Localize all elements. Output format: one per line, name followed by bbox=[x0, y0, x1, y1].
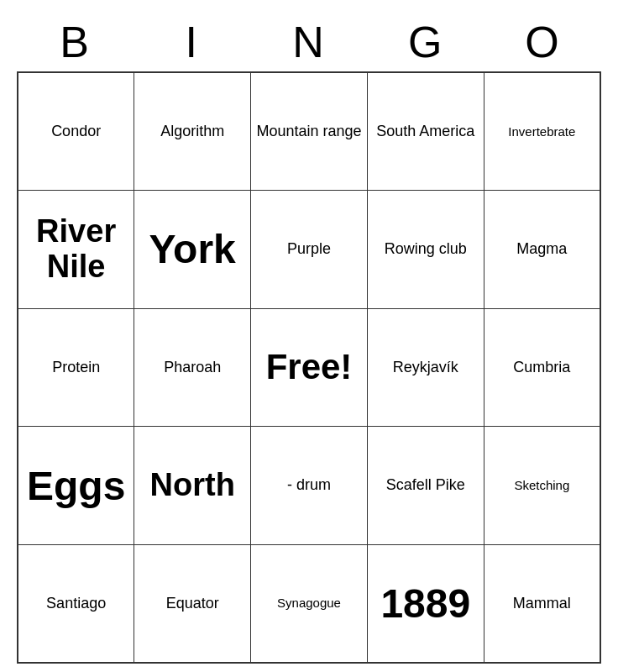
bingo-cell-r3-c2[interactable]: - drum bbox=[251, 427, 368, 545]
bingo-cell-r1-c4[interactable]: Magma bbox=[484, 191, 600, 309]
cell-text: River Nile bbox=[36, 213, 116, 284]
bingo-cell-r1-c3[interactable]: Rowing club bbox=[367, 191, 484, 309]
bingo-cell-r2-c1[interactable]: Pharoah bbox=[134, 308, 251, 427]
bingo-cell-r0-c2[interactable]: Mountain range bbox=[251, 72, 368, 191]
bingo-cell-r4-c2[interactable]: Synagogue bbox=[251, 544, 368, 663]
bingo-cell-r4-c4[interactable]: Mammal bbox=[484, 544, 600, 663]
bingo-cell-r4-c0[interactable]: Santiago bbox=[18, 544, 134, 663]
bingo-cell-r2-c3[interactable]: Reykjavík bbox=[367, 308, 484, 427]
cell-text: Cumbria bbox=[513, 359, 570, 375]
cell-text: Mammal bbox=[513, 595, 571, 612]
letter-n: N bbox=[250, 17, 367, 67]
letter-i: I bbox=[134, 17, 250, 67]
bingo-grid: CondorAlgorithmMountain rangeSouth Ameri… bbox=[17, 71, 601, 664]
bingo-cell-r4-c3[interactable]: 1889 bbox=[367, 544, 484, 663]
cell-text: Eggs bbox=[27, 464, 125, 508]
cell-text: Invertebrate bbox=[508, 124, 575, 139]
cell-text: Magma bbox=[516, 240, 567, 257]
cell-text: Santiago bbox=[46, 595, 106, 612]
bingo-cell-r2-c2[interactable]: Free! bbox=[251, 308, 368, 427]
bingo-cell-r3-c4[interactable]: Sketching bbox=[484, 427, 600, 545]
cell-text: Sketching bbox=[514, 478, 569, 492]
bingo-cell-r3-c1[interactable]: North bbox=[134, 427, 251, 545]
bingo-cell-r4-c1[interactable]: Equator bbox=[134, 544, 251, 663]
cell-text: 1889 bbox=[380, 581, 470, 626]
cell-text: Algorithm bbox=[160, 123, 224, 139]
cell-text: Rowing club bbox=[385, 240, 467, 257]
cell-text: Pharoah bbox=[164, 359, 221, 375]
cell-text: Purple bbox=[287, 240, 331, 257]
bingo-cell-r3-c3[interactable]: Scafell Pike bbox=[367, 427, 484, 545]
cell-text: North bbox=[150, 467, 235, 502]
cell-text: York bbox=[149, 227, 236, 271]
bingo-cell-r0-c4[interactable]: Invertebrate bbox=[484, 72, 600, 191]
letter-o: O bbox=[484, 17, 601, 67]
bingo-cell-r2-c0[interactable]: Protein bbox=[18, 308, 134, 427]
bingo-cell-r0-c1[interactable]: Algorithm bbox=[134, 72, 251, 191]
cell-text: South America bbox=[376, 123, 474, 139]
bingo-cell-r1-c1[interactable]: York bbox=[134, 191, 251, 309]
cell-text: Synagogue bbox=[277, 596, 341, 610]
cell-text: Protein bbox=[52, 359, 100, 375]
bingo-cell-r3-c0[interactable]: Eggs bbox=[18, 427, 134, 545]
bingo-cell-r2-c4[interactable]: Cumbria bbox=[484, 308, 600, 427]
cell-text: Free! bbox=[266, 347, 353, 386]
letter-b: B bbox=[17, 17, 134, 67]
cell-text: - drum bbox=[287, 476, 331, 493]
bingo-header: B I N G O bbox=[17, 8, 601, 71]
cell-text: Condor bbox=[51, 123, 101, 139]
cell-text: Mountain range bbox=[256, 123, 361, 139]
bingo-cell-r0-c0[interactable]: Condor bbox=[18, 72, 134, 191]
bingo-cell-r0-c3[interactable]: South America bbox=[367, 72, 484, 191]
cell-text: Equator bbox=[166, 595, 219, 612]
bingo-cell-r1-c0[interactable]: River Nile bbox=[18, 191, 134, 309]
bingo-cell-r1-c2[interactable]: Purple bbox=[251, 191, 368, 309]
letter-g: G bbox=[368, 17, 484, 67]
cell-text: Scafell Pike bbox=[386, 476, 465, 493]
cell-text: Reykjavík bbox=[393, 359, 458, 375]
